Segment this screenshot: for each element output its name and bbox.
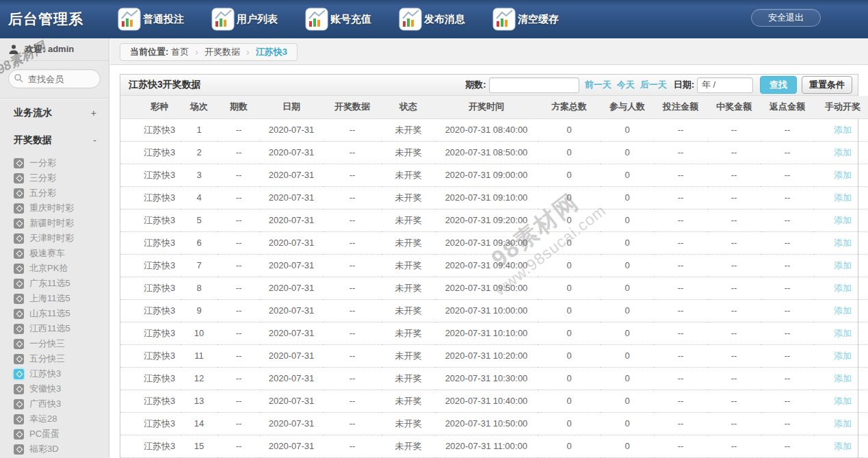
table-cell: -- (323, 299, 382, 322)
table-cell: 1 (181, 118, 218, 141)
sidebar-item-山东11选5[interactable]: 山东11选5 (14, 306, 109, 321)
table-cell: 9 (181, 299, 218, 322)
sidebar-item-江西11选5[interactable]: 江西11选5 (14, 321, 109, 336)
column-header: 彩种 (120, 96, 181, 118)
table-cell: -- (707, 141, 761, 164)
sidebar-item-五分快三[interactable]: 五分快三 (14, 351, 109, 366)
breadcrumb-section[interactable]: 开奖数据 (205, 46, 240, 58)
sidebar-item-新疆时时彩[interactable]: 新疆时时彩 (14, 216, 109, 231)
column-header: 日期 (260, 96, 323, 118)
sidebar-item-安徽快3[interactable]: 安徽快3 (14, 381, 109, 396)
add-link[interactable]: 添加 (834, 396, 852, 406)
add-link[interactable]: 添加 (834, 283, 852, 293)
sidebar-item-上海11选5[interactable]: 上海11选5 (14, 291, 109, 306)
add-link[interactable]: 添加 (834, 305, 852, 316)
table-row: 江苏快39--2020-07-31--未开奖2020-07-31 10:00:0… (120, 299, 868, 322)
breadcrumb-home[interactable]: 首页 (171, 46, 189, 58)
today-link[interactable]: 今天 (617, 79, 635, 91)
table-cell: 添加 (814, 141, 868, 164)
table-cell: -- (707, 277, 761, 299)
table-cell: -- (707, 435, 761, 457)
table-row: 江苏快37--2020-07-31--未开奖2020-07-31 09:40:0… (120, 254, 868, 277)
table-cell: -- (323, 231, 382, 254)
reset-button[interactable]: 重置条件 (802, 76, 852, 94)
sidebar-item-江苏快3[interactable]: 江苏快3 (14, 366, 109, 381)
add-link[interactable]: 添加 (834, 147, 852, 157)
sidebar-item-label: 三分彩 (29, 172, 56, 184)
add-link[interactable]: 添加 (834, 441, 852, 451)
table-cell: 2020-07-31 (260, 367, 323, 390)
sidebar-item-label: 幸运28 (29, 413, 57, 425)
table-cell: -- (323, 209, 382, 231)
sidebar-item-重庆时时彩[interactable]: 重庆时时彩 (14, 201, 109, 216)
add-link[interactable]: 添加 (834, 125, 852, 135)
next-day-link[interactable]: 后一天 (640, 79, 667, 91)
date-input[interactable] (697, 77, 753, 93)
sidebar-item-幸运28[interactable]: 幸运28 (14, 411, 109, 427)
table-cell: -- (323, 412, 382, 435)
sidebar-item-天津时时彩[interactable]: 天津时时彩 (14, 231, 109, 246)
table-cell: 0 (601, 209, 654, 231)
prev-day-link[interactable]: 前一天 (585, 79, 611, 91)
table-cell: 2020-07-31 (260, 164, 323, 186)
table-cell: 0 (601, 322, 654, 344)
nav-item-1[interactable]: 普通投注 (111, 0, 205, 38)
table-cell: 0 (538, 209, 601, 231)
sidebar-item-label: 五分快三 (29, 353, 65, 365)
nav-item-4[interactable]: 发布消息 (392, 0, 486, 38)
sidebar-item-一分彩[interactable]: 一分彩 (14, 155, 109, 170)
sidebar-section-business[interactable]: 业务流水 + (0, 99, 109, 127)
table-cell: 添加 (814, 322, 868, 344)
table-cell: 4 (181, 186, 218, 209)
column-header: 返点金额 (761, 96, 814, 118)
sidebar-item-label: 上海11选5 (29, 292, 70, 305)
sidebar-item-北京PK拾[interactable]: 北京PK拾 (14, 261, 109, 276)
add-link[interactable]: 添加 (834, 260, 852, 270)
breadcrumb-current[interactable]: 江苏快3 (256, 46, 287, 58)
section-label: 开奖数据 (14, 134, 52, 147)
sidebar-item-极速赛车[interactable]: 极速赛车 (14, 246, 109, 261)
sidebar-item-label: 广西快3 (29, 398, 61, 410)
table-cell: 未开奖 (382, 141, 435, 164)
table-cell: -- (654, 186, 707, 209)
table-cell: 江苏快3 (120, 344, 181, 367)
nav-item-5[interactable]: 清空缓存 (486, 0, 579, 38)
issue-input[interactable] (489, 77, 579, 93)
sidebar-item-福彩3D[interactable]: 福彩3D (14, 442, 109, 457)
sidebar-item-label: 一分快三 (29, 338, 65, 350)
table-cell: 未开奖 (382, 118, 435, 141)
table-cell: 11 (181, 344, 218, 367)
table-cell: -- (218, 412, 260, 435)
chart-icon (492, 8, 516, 31)
table-row: 江苏快34--2020-07-31--未开奖2020-07-31 09:10:0… (120, 186, 868, 209)
sidebar-item-PC蛋蛋[interactable]: PC蛋蛋 (14, 427, 109, 442)
table-cell: 2020-07-31 10:30:00 (435, 367, 538, 390)
sidebar-item-三分彩[interactable]: 三分彩 (14, 170, 109, 186)
sidebar: 欢迎: admin 业务流水 + 开奖数据 - 一分彩三分彩五分彩重庆时时彩新疆… (0, 38, 109, 458)
sidebar-item-广东11选5[interactable]: 广东11选5 (14, 276, 109, 291)
nav-item-2[interactable]: 用户列表 (205, 0, 298, 38)
nav-item-3[interactable]: 账号充值 (298, 0, 392, 38)
app-logo: 后台管理系 (8, 0, 83, 38)
sidebar-section-draw-data[interactable]: 开奖数据 - (0, 127, 109, 154)
add-link[interactable]: 添加 (834, 192, 852, 203)
table-cell: 2020-07-31 09:10:00 (435, 186, 538, 209)
add-link[interactable]: 添加 (834, 373, 852, 383)
sidebar-item-五分彩[interactable]: 五分彩 (14, 186, 109, 201)
breadcrumb-bar: 当前位置: 首页 › 开奖数据 › 江苏快3 (110, 38, 868, 65)
logout-button[interactable]: 安全退出 (751, 9, 821, 27)
add-link[interactable]: 添加 (834, 170, 852, 180)
add-link[interactable]: 添加 (834, 418, 852, 429)
search-button[interactable]: 查找 (760, 76, 797, 94)
table-row: 江苏快32--2020-07-31--未开奖2020-07-31 08:50:0… (120, 141, 868, 164)
sidebar-item-一分快三[interactable]: 一分快三 (14, 336, 109, 351)
add-link[interactable]: 添加 (834, 351, 852, 361)
sidebar-item-广西快3[interactable]: 广西快3 (14, 396, 109, 411)
add-link[interactable]: 添加 (834, 238, 852, 248)
sidebar-item-label: 安徽快3 (29, 383, 61, 395)
lottery-icon (14, 309, 24, 319)
table-cell: 0 (601, 299, 654, 322)
add-link[interactable]: 添加 (834, 328, 852, 338)
add-link[interactable]: 添加 (834, 215, 852, 225)
panel-toolbar: 江苏快3开奖数据 期数: 前一天 今天 后一天 日期: 查找 重置条件 (120, 75, 858, 96)
